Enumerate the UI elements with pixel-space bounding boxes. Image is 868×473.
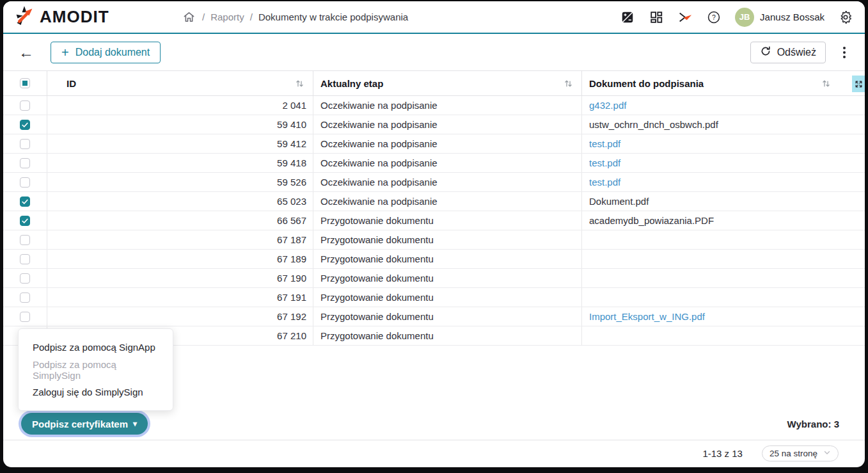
table-row: 2 041Oczekiwanie na podpisanieg432.pdf <box>3 96 865 115</box>
column-header-dokument[interactable]: Dokument do podpisania <box>582 71 865 95</box>
table-header: ID Aktualny etap Dokument do podpisania <box>3 70 865 96</box>
gear-icon[interactable] <box>838 10 853 25</box>
row-checkbox[interactable] <box>20 196 30 207</box>
row-document-cell <box>582 326 865 345</box>
row-checkbox-cell <box>3 173 47 191</box>
row-document-cell: test.pdf <box>582 173 865 191</box>
row-stage: Przygotowanie dokumentu <box>313 307 582 326</box>
row-checkbox-cell <box>3 192 47 211</box>
row-id: 67 192 <box>47 307 313 326</box>
row-checkbox[interactable] <box>20 235 30 245</box>
expand-table-icon[interactable] <box>852 76 865 92</box>
help-icon[interactable]: ? <box>706 10 722 25</box>
home-icon[interactable] <box>181 10 196 25</box>
document-link[interactable]: Import_Eksport_w_ING.pdf <box>589 311 705 322</box>
refresh-button[interactable]: Odśwież <box>750 42 826 63</box>
app-window: AMODIT / Raporty / Dokumenty w trakcie p… <box>3 1 865 467</box>
table-row: 59 412Oczekiwanie na podpisanietest.pdf <box>3 134 865 154</box>
row-checkbox-cell <box>3 288 47 307</box>
dashboard-icon[interactable] <box>649 10 664 25</box>
breadcrumb-separator: / <box>202 12 205 22</box>
column-label-dokument: Dokument do podpisania <box>589 78 704 89</box>
row-id: 59 418 <box>47 154 313 172</box>
app-header: AMODIT / Raporty / Dokumenty w trakcie p… <box>3 1 865 34</box>
row-checkbox[interactable] <box>20 120 30 130</box>
column-header-etap[interactable]: Aktualny etap <box>313 71 582 95</box>
row-checkbox[interactable] <box>20 273 30 284</box>
row-checkbox-cell <box>3 211 47 230</box>
table-row: 67 190Przygotowanie dokumentu <box>3 269 865 288</box>
add-document-label: Dodaj dokument <box>75 47 150 58</box>
row-document-cell: Dokument.pdf <box>582 192 865 211</box>
row-stage: Oczekiwanie na podpisanie <box>313 134 582 153</box>
column-label-id: ID <box>67 78 76 89</box>
chevron-down-icon: ▾ <box>133 419 137 428</box>
row-id: 59 410 <box>47 115 313 134</box>
document-link[interactable]: g432.pdf <box>589 100 626 111</box>
row-checkbox[interactable] <box>20 139 30 149</box>
row-checkbox[interactable] <box>20 293 30 303</box>
select-all-checkbox[interactable] <box>20 78 30 88</box>
row-document-cell: Import_Eksport_w_ING.pdf <box>582 307 865 326</box>
selected-count-label: Wybrano: 3 <box>787 419 839 429</box>
row-checkbox[interactable] <box>20 216 30 226</box>
row-id: 67 190 <box>47 269 313 287</box>
toolbar-right: Odśwież <box>750 42 848 63</box>
row-id: 67 187 <box>47 230 313 249</box>
sort-icon[interactable] <box>563 78 574 89</box>
sort-icon[interactable] <box>821 78 832 89</box>
row-checkbox[interactable] <box>20 100 30 111</box>
row-stage: Oczekiwanie na podpisanie <box>313 173 582 191</box>
more-options-kebab-icon[interactable] <box>840 44 848 61</box>
document-link[interactable]: test.pdf <box>589 157 620 168</box>
row-id: 67 189 <box>47 250 313 268</box>
row-document-cell <box>582 288 865 307</box>
row-checkbox[interactable] <box>20 158 30 168</box>
amodit-logo[interactable]: AMODIT <box>13 5 181 29</box>
user-menu[interactable]: JB Janusz Bossak <box>735 8 825 27</box>
menu-item[interactable]: Podpisz za pomocą SignApp <box>19 336 173 358</box>
row-document-cell <box>582 250 865 268</box>
table-row: 59 410Oczekiwanie na podpisanieustw_ochr… <box>3 115 865 134</box>
exposure-toggle-icon[interactable] <box>620 10 635 25</box>
row-stage: Oczekiwanie na podpisanie <box>313 96 582 115</box>
column-header-id[interactable]: ID <box>47 71 313 95</box>
row-checkbox-cell <box>3 269 47 287</box>
column-label-etap: Aktualny etap <box>320 78 383 89</box>
document-link[interactable]: test.pdf <box>589 177 620 188</box>
row-stage: Oczekiwanie na podpisanie <box>313 192 582 211</box>
row-checkbox[interactable] <box>20 312 30 322</box>
sort-icon[interactable] <box>294 78 305 89</box>
table-row: 59 526Oczekiwanie na podpisanietest.pdf <box>3 173 865 192</box>
row-checkbox[interactable] <box>20 254 30 264</box>
sign-method-menu: Podpisz za pomocą SignAppPodpisz za pomo… <box>18 328 173 411</box>
row-checkbox-cell <box>3 230 47 249</box>
row-document-cell: test.pdf <box>582 134 865 153</box>
breadcrumb-raporty[interactable]: Raporty <box>210 12 244 22</box>
row-stage: Przygotowanie dokumentu <box>313 250 582 268</box>
row-document-cell: test.pdf <box>582 154 865 172</box>
document-link[interactable]: test.pdf <box>589 138 620 149</box>
row-stage: Przygotowanie dokumentu <box>313 288 582 307</box>
table-row: 67 189Przygotowanie dokumentu <box>3 250 865 269</box>
page-size-select[interactable]: 25 na stronę <box>762 445 839 461</box>
back-button[interactable]: ← <box>19 45 34 60</box>
document-name: Dokument.pdf <box>589 196 649 207</box>
document-name: academydb_powiazania.PDF <box>589 215 714 226</box>
logo-text: AMODIT <box>40 7 109 27</box>
add-document-button[interactable]: + Dodaj dokument <box>51 42 161 63</box>
plus-icon: + <box>61 46 69 59</box>
toolbar: ← + Dodaj dokument Odśwież <box>3 34 865 70</box>
row-document-cell <box>582 269 865 287</box>
user-name: Janusz Bossak <box>760 12 825 22</box>
menu-item[interactable]: Zaloguj się do SimplySign <box>19 381 173 403</box>
row-checkbox[interactable] <box>20 177 30 188</box>
row-id: 66 567 <box>47 211 313 230</box>
svg-text:?: ? <box>712 13 716 20</box>
pagination-footer: 1-13 z 13 25 na stronę <box>3 440 865 466</box>
row-id: 65 023 <box>47 192 313 211</box>
range-label: 1-13 z 13 <box>702 448 743 459</box>
sign-with-certificate-button[interactable]: Podpisz certyfikatem ▾ <box>21 413 148 435</box>
amodit-assistant-icon[interactable] <box>677 10 693 25</box>
row-id: 59 526 <box>47 173 313 191</box>
